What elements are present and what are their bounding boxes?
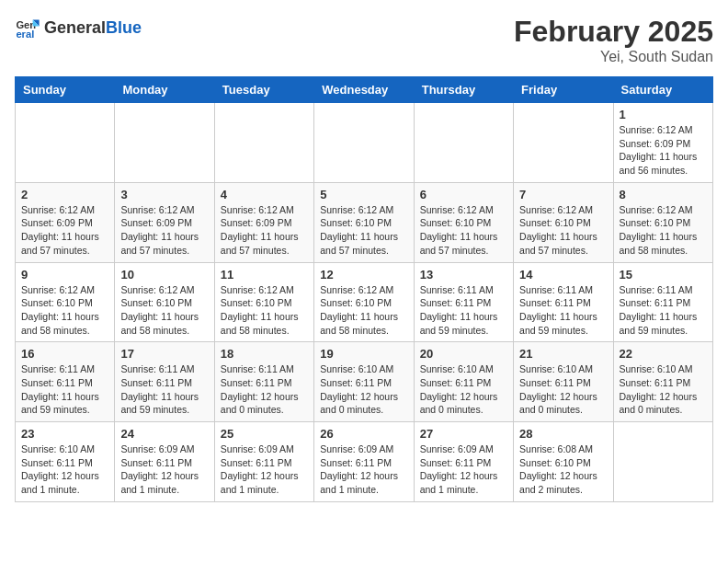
calendar-cell: 5Sunrise: 6:12 AM Sunset: 6:10 PM Daylig… [314, 182, 414, 262]
page-header: Gen eral GeneralBlue February 2025 Yei, … [15, 15, 713, 65]
day-number: 1 [620, 108, 707, 121]
day-number: 14 [519, 268, 607, 282]
day-number: 22 [620, 347, 707, 361]
day-number: 3 [120, 188, 208, 201]
logo-icon: Gen eral [15, 15, 40, 40]
logo-blue-text: Blue [106, 18, 142, 38]
calendar-cell: 23Sunrise: 6:10 AM Sunset: 6:11 PM Dayli… [16, 422, 115, 502]
calendar-week-4: 16Sunrise: 6:11 AM Sunset: 6:11 PM Dayli… [16, 342, 713, 422]
calendar-cell: 9Sunrise: 6:12 AM Sunset: 6:10 PM Daylig… [16, 262, 115, 342]
day-info: Sunrise: 6:10 AM Sunset: 6:11 PM Dayligh… [620, 362, 707, 417]
day-info: Sunrise: 6:12 AM Sunset: 6:10 PM Dayligh… [320, 283, 407, 338]
calendar-cell: 19Sunrise: 6:10 AM Sunset: 6:11 PM Dayli… [314, 342, 414, 422]
day-info: Sunrise: 6:12 AM Sunset: 6:10 PM Dayligh… [320, 203, 407, 258]
calendar-cell: 6Sunrise: 6:12 AM Sunset: 6:10 PM Daylig… [414, 182, 513, 262]
logo: Gen eral GeneralBlue [15, 15, 142, 40]
day-info: Sunrise: 6:12 AM Sunset: 6:10 PM Dayligh… [21, 283, 108, 338]
calendar-cell [314, 103, 414, 183]
calendar-header-sunday: Sunday [16, 77, 115, 103]
day-info: Sunrise: 6:11 AM Sunset: 6:11 PM Dayligh… [21, 362, 108, 417]
day-info: Sunrise: 6:12 AM Sunset: 6:09 PM Dayligh… [120, 203, 208, 258]
day-number: 20 [420, 347, 507, 361]
calendar-week-1: 1Sunrise: 6:12 AM Sunset: 6:09 PM Daylig… [16, 103, 713, 183]
calendar-header-monday: Monday [115, 77, 214, 103]
calendar-cell: 7Sunrise: 6:12 AM Sunset: 6:10 PM Daylig… [514, 182, 613, 262]
day-number: 2 [21, 188, 108, 201]
calendar-cell: 12Sunrise: 6:12 AM Sunset: 6:10 PM Dayli… [314, 262, 414, 342]
day-info: Sunrise: 6:09 AM Sunset: 6:11 PM Dayligh… [420, 442, 507, 497]
day-info: Sunrise: 6:09 AM Sunset: 6:11 PM Dayligh… [120, 442, 208, 497]
day-info: Sunrise: 6:12 AM Sunset: 6:10 PM Dayligh… [420, 203, 507, 258]
calendar-cell: 21Sunrise: 6:10 AM Sunset: 6:11 PM Dayli… [514, 342, 613, 422]
day-info: Sunrise: 6:10 AM Sunset: 6:11 PM Dayligh… [21, 442, 108, 497]
calendar-title-area: February 2025 Yei, South Sudan [514, 15, 713, 65]
day-number: 7 [519, 188, 607, 201]
day-number: 15 [620, 268, 707, 282]
day-info: Sunrise: 6:12 AM Sunset: 6:10 PM Dayligh… [519, 203, 607, 258]
calendar-cell: 17Sunrise: 6:11 AM Sunset: 6:11 PM Dayli… [115, 342, 214, 422]
calendar-cell: 26Sunrise: 6:09 AM Sunset: 6:11 PM Dayli… [314, 422, 414, 502]
day-info: Sunrise: 6:12 AM Sunset: 6:10 PM Dayligh… [620, 203, 707, 258]
day-number: 5 [320, 188, 407, 201]
calendar-cell [414, 103, 513, 183]
calendar-cell: 27Sunrise: 6:09 AM Sunset: 6:11 PM Dayli… [414, 422, 513, 502]
day-number: 18 [221, 347, 308, 361]
day-number: 9 [21, 268, 108, 282]
calendar-week-3: 9Sunrise: 6:12 AM Sunset: 6:10 PM Daylig… [16, 262, 713, 342]
logo-general-text: General [44, 18, 106, 38]
day-info: Sunrise: 6:12 AM Sunset: 6:10 PM Dayligh… [221, 283, 308, 338]
calendar-cell [613, 422, 712, 502]
calendar-cell: 28Sunrise: 6:08 AM Sunset: 6:10 PM Dayli… [514, 422, 613, 502]
day-number: 11 [221, 268, 308, 282]
calendar-cell: 14Sunrise: 6:11 AM Sunset: 6:11 PM Dayli… [514, 262, 613, 342]
calendar-cell: 18Sunrise: 6:11 AM Sunset: 6:11 PM Dayli… [214, 342, 313, 422]
day-number: 17 [120, 347, 208, 361]
calendar-cell: 16Sunrise: 6:11 AM Sunset: 6:11 PM Dayli… [16, 342, 115, 422]
calendar-cell: 22Sunrise: 6:10 AM Sunset: 6:11 PM Dayli… [613, 342, 712, 422]
day-number: 24 [120, 427, 208, 441]
day-info: Sunrise: 6:09 AM Sunset: 6:11 PM Dayligh… [221, 442, 308, 497]
calendar-cell: 13Sunrise: 6:11 AM Sunset: 6:11 PM Dayli… [414, 262, 513, 342]
day-info: Sunrise: 6:12 AM Sunset: 6:09 PM Dayligh… [21, 203, 108, 258]
calendar-table: SundayMondayTuesdayWednesdayThursdayFrid… [15, 76, 713, 502]
calendar-cell [514, 103, 613, 183]
day-info: Sunrise: 6:11 AM Sunset: 6:11 PM Dayligh… [120, 362, 208, 417]
day-number: 28 [519, 427, 607, 441]
calendar-cell: 8Sunrise: 6:12 AM Sunset: 6:10 PM Daylig… [613, 182, 712, 262]
calendar-cell [214, 103, 313, 183]
month-title: February 2025 [514, 15, 713, 49]
calendar-cell: 2Sunrise: 6:12 AM Sunset: 6:09 PM Daylig… [16, 182, 115, 262]
day-number: 13 [420, 268, 507, 282]
svg-text:eral: eral [16, 29, 34, 40]
day-number: 21 [519, 347, 607, 361]
calendar-cell: 4Sunrise: 6:12 AM Sunset: 6:09 PM Daylig… [214, 182, 313, 262]
day-number: 16 [21, 347, 108, 361]
day-info: Sunrise: 6:12 AM Sunset: 6:09 PM Dayligh… [221, 203, 308, 258]
calendar-cell [16, 103, 115, 183]
calendar-header-tuesday: Tuesday [214, 77, 313, 103]
day-info: Sunrise: 6:09 AM Sunset: 6:11 PM Dayligh… [320, 442, 407, 497]
day-info: Sunrise: 6:11 AM Sunset: 6:11 PM Dayligh… [519, 283, 607, 338]
calendar-cell: 3Sunrise: 6:12 AM Sunset: 6:09 PM Daylig… [115, 182, 214, 262]
day-info: Sunrise: 6:11 AM Sunset: 6:11 PM Dayligh… [620, 283, 707, 338]
calendar-header-row: SundayMondayTuesdayWednesdayThursdayFrid… [16, 77, 713, 103]
day-info: Sunrise: 6:12 AM Sunset: 6:09 PM Dayligh… [620, 123, 707, 178]
calendar-header-thursday: Thursday [414, 77, 513, 103]
day-number: 10 [120, 268, 208, 282]
calendar-header-wednesday: Wednesday [314, 77, 414, 103]
day-number: 26 [320, 427, 407, 441]
calendar-cell: 10Sunrise: 6:12 AM Sunset: 6:10 PM Dayli… [115, 262, 214, 342]
calendar-cell: 11Sunrise: 6:12 AM Sunset: 6:10 PM Dayli… [214, 262, 313, 342]
day-info: Sunrise: 6:11 AM Sunset: 6:11 PM Dayligh… [420, 283, 507, 338]
day-info: Sunrise: 6:11 AM Sunset: 6:11 PM Dayligh… [221, 362, 308, 417]
day-info: Sunrise: 6:10 AM Sunset: 6:11 PM Dayligh… [320, 362, 407, 417]
calendar-header-friday: Friday [514, 77, 613, 103]
day-info: Sunrise: 6:10 AM Sunset: 6:11 PM Dayligh… [420, 362, 507, 417]
day-number: 12 [320, 268, 407, 282]
day-number: 4 [221, 188, 308, 201]
day-info: Sunrise: 6:10 AM Sunset: 6:11 PM Dayligh… [519, 362, 607, 417]
calendar-week-5: 23Sunrise: 6:10 AM Sunset: 6:11 PM Dayli… [16, 422, 713, 502]
day-number: 19 [320, 347, 407, 361]
day-number: 23 [21, 427, 108, 441]
calendar-cell: 24Sunrise: 6:09 AM Sunset: 6:11 PM Dayli… [115, 422, 214, 502]
